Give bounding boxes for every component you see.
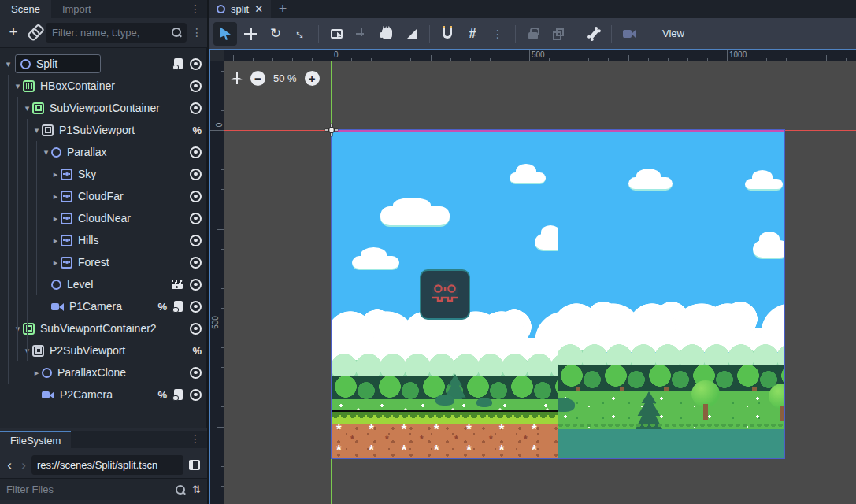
- group-button[interactable]: [547, 22, 570, 46]
- zoom-level[interactable]: 50 %: [273, 72, 297, 84]
- visibility-icon[interactable]: [190, 279, 202, 291]
- pan-tool-icon: [382, 28, 392, 39]
- chevron-down-icon[interactable]: ▾: [22, 346, 32, 356]
- instanced-scene-icon[interactable]: [172, 280, 183, 289]
- tree-node-subviewportcontainer[interactable]: ▾SubViewportContainer: [0, 97, 206, 119]
- tree-options-icon[interactable]: ⋮: [191, 27, 202, 38]
- tab-scene[interactable]: Scene: [0, 0, 51, 18]
- tree-node-hboxcontainer[interactable]: ▾HBoxContainer: [0, 75, 206, 97]
- node-label: Split: [36, 57, 57, 70]
- ruler-tool-button[interactable]: [400, 22, 424, 46]
- chevron-right-icon[interactable]: ▸: [50, 169, 61, 180]
- chevron-right-icon[interactable]: ▸: [50, 191, 61, 202]
- tree-node-parallaxclone[interactable]: ▸ParallaxClone: [0, 361, 206, 384]
- visibility-icon[interactable]: [190, 257, 202, 269]
- script-icon[interactable]: [174, 389, 183, 400]
- tree-node-p1camera[interactable]: P1Camera%: [0, 295, 206, 317]
- zoom-out-button[interactable]: −: [250, 71, 265, 86]
- select-tool-button[interactable]: [213, 22, 237, 46]
- chevron-right-icon[interactable]: ▸: [50, 213, 61, 224]
- tree-node-p2subviewport[interactable]: ▾P2SubViewport%: [0, 339, 206, 361]
- visibility-icon[interactable]: [190, 58, 202, 70]
- canvas-2d[interactable]: * * * * * * * * * * * * * * * * * * * * …: [224, 61, 856, 504]
- origin-gizmo[interactable]: [325, 124, 339, 137]
- tree-node-hills[interactable]: ▸Hills: [0, 229, 206, 251]
- tree-node-cloudnear[interactable]: ▸CloudNear: [0, 207, 206, 229]
- tree-node-cloudfar[interactable]: ▸CloudFar: [0, 185, 206, 207]
- visibility-icon[interactable]: [190, 301, 202, 313]
- close-tab-icon[interactable]: ✕: [254, 3, 263, 15]
- new-scene-tab-button[interactable]: +: [271, 0, 295, 18]
- visibility-icon[interactable]: [190, 146, 202, 158]
- filesystem-filter[interactable]: Filter Files ⇅: [0, 478, 207, 500]
- chevron-right-icon[interactable]: ▸: [31, 368, 42, 378]
- center-view-icon[interactable]: [231, 72, 243, 84]
- lock-icon: [528, 32, 538, 39]
- filesystem-menu-icon[interactable]: ⋮: [190, 431, 207, 448]
- node-label: CloudNear: [78, 212, 131, 224]
- chevron-down-icon[interactable]: ▾: [13, 324, 23, 334]
- scene-tab-split[interactable]: split ✕: [209, 0, 271, 18]
- tree-node-split[interactable]: ▾Split: [0, 53, 206, 75]
- chevron-down-icon[interactable]: ▾: [22, 103, 32, 113]
- grid-snap-button[interactable]: #: [461, 22, 484, 46]
- visibility-icon[interactable]: [190, 389, 202, 401]
- current-path-field[interactable]: res://scenes/Split/split.tscn: [31, 455, 183, 475]
- chevron-right-icon[interactable]: ▸: [50, 235, 61, 246]
- toggle-split-mode-button[interactable]: [185, 455, 204, 474]
- tree-node-parallax[interactable]: ▾Parallax: [0, 141, 206, 163]
- tree-node-p2camera[interactable]: P2Camera%: [0, 384, 206, 406]
- visibility-icon[interactable]: [190, 102, 202, 114]
- chevron-down-icon[interactable]: ▾: [41, 147, 51, 158]
- visibility-icon[interactable]: [190, 235, 202, 246]
- lock-button[interactable]: [521, 22, 545, 46]
- instance-scene-icon[interactable]: [24, 22, 43, 42]
- node-name-box[interactable]: Split: [15, 54, 101, 73]
- node-label: HBoxContainer: [40, 80, 115, 92]
- visibility-icon[interactable]: [190, 191, 202, 202]
- add-node-button[interactable]: +: [5, 24, 22, 40]
- list-select-button[interactable]: [324, 22, 348, 46]
- tree-node-sky[interactable]: ▸Sky: [0, 163, 206, 185]
- history-forward-button[interactable]: ›: [17, 458, 30, 472]
- zoom-in-button[interactable]: +: [305, 71, 320, 86]
- player1-sprite[interactable]: [420, 269, 470, 320]
- visibility-icon[interactable]: [190, 367, 202, 379]
- visibility-icon[interactable]: [190, 169, 202, 180]
- scale-tool-button[interactable]: ↔: [289, 22, 313, 46]
- visibility-icon[interactable]: [190, 323, 202, 335]
- tab-filesystem[interactable]: FileSystem: [0, 431, 71, 448]
- tree-node-forest[interactable]: ▸Forest: [0, 251, 206, 273]
- rotate-tool-button[interactable]: ↻: [264, 22, 287, 46]
- sort-icon[interactable]: ⇅: [192, 484, 201, 495]
- chevron-down-icon[interactable]: ▾: [13, 81, 23, 91]
- node-circle-icon: [42, 368, 52, 378]
- tree-filter-placeholder: Filter: name, t:type,: [52, 27, 171, 39]
- visibility-icon[interactable]: [190, 213, 202, 224]
- cloud: [753, 240, 784, 259]
- smart-snap-button[interactable]: [435, 22, 459, 46]
- tree-node-level[interactable]: Level: [0, 273, 206, 295]
- dock-menu-icon[interactable]: ⋮: [190, 0, 207, 18]
- tree-filter-input[interactable]: Filter: name, t:type,: [46, 23, 187, 43]
- transform-snap-button[interactable]: [350, 22, 373, 46]
- snap-options-button[interactable]: ⋮: [486, 22, 510, 46]
- visibility-icon[interactable]: [190, 80, 202, 92]
- script-icon[interactable]: [174, 58, 183, 69]
- viewport-focus-border: [209, 49, 856, 50]
- move-tool-button[interactable]: [239, 22, 262, 46]
- camera-override-button[interactable]: [617, 22, 641, 46]
- history-back-button[interactable]: ‹: [3, 458, 16, 472]
- pan-tool-button[interactable]: [375, 22, 398, 46]
- chevron-down-icon[interactable]: ▾: [3, 59, 13, 69]
- view-menu-button[interactable]: View: [653, 28, 694, 39]
- script-icon[interactable]: [174, 301, 183, 312]
- chevron-right-icon[interactable]: ▸: [50, 258, 61, 268]
- tree-node-subviewportcontainer2[interactable]: ▾SubViewportContainer2: [0, 317, 206, 339]
- tab-import[interactable]: Import: [51, 0, 102, 18]
- tree-node-p1subviewport[interactable]: ▾P1SubViewport%: [0, 119, 206, 141]
- camera-icon: [42, 390, 54, 399]
- skeleton-button[interactable]: [582, 22, 606, 46]
- chevron-down-icon[interactable]: ▾: [31, 125, 42, 135]
- search-icon: [175, 484, 186, 495]
